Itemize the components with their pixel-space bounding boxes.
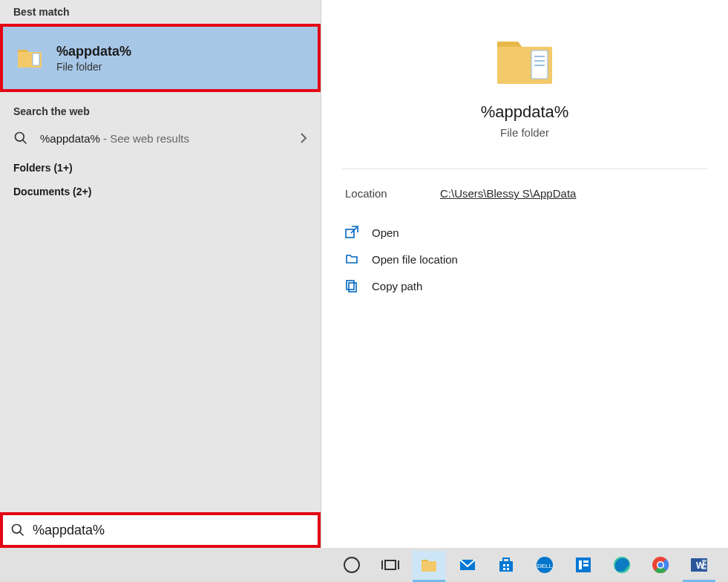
folder-location-icon bbox=[345, 252, 358, 266]
open-action[interactable]: Open bbox=[321, 219, 728, 246]
svg-point-2 bbox=[16, 133, 24, 142]
best-match-result[interactable]: %appdata% File folder bbox=[0, 24, 321, 92]
task-view-icon bbox=[381, 555, 400, 575]
search-input[interactable] bbox=[33, 523, 310, 538]
mail-icon bbox=[458, 555, 477, 575]
word-icon: W bbox=[689, 555, 709, 575]
copy-path-label: Copy path bbox=[372, 280, 422, 292]
file-explorer-button[interactable] bbox=[410, 548, 448, 582]
word-button[interactable]: W bbox=[680, 548, 718, 582]
svg-rect-42 bbox=[702, 563, 706, 566]
detail-hero: %appdata% File folder bbox=[321, 0, 728, 161]
divider bbox=[342, 169, 707, 169]
svg-rect-26 bbox=[507, 568, 509, 570]
svg-rect-12 bbox=[347, 281, 354, 290]
cortana-icon bbox=[342, 555, 361, 575]
folder-icon bbox=[16, 47, 43, 69]
mail-button[interactable] bbox=[448, 548, 487, 582]
location-value[interactable]: C:\Users\Blessy S\AppData bbox=[440, 187, 576, 200]
svg-rect-21 bbox=[499, 561, 513, 572]
documents-section-label[interactable]: Documents (2+) bbox=[0, 177, 321, 200]
detail-title: %appdata% bbox=[481, 102, 569, 122]
svg-rect-30 bbox=[579, 560, 582, 569]
edge-button[interactable] bbox=[603, 548, 641, 582]
svg-rect-32 bbox=[583, 564, 588, 566]
detail-subtitle: File folder bbox=[500, 126, 549, 139]
svg-line-14 bbox=[20, 532, 24, 536]
search-bar[interactable] bbox=[0, 512, 321, 548]
svg-point-38 bbox=[658, 563, 663, 568]
chrome-icon bbox=[651, 555, 670, 575]
result-detail-panel: %appdata% File folder Location C:\Users\… bbox=[321, 0, 728, 582]
search-web-label: Search the web bbox=[0, 92, 321, 123]
search-icon bbox=[13, 131, 28, 146]
folder-icon bbox=[493, 34, 557, 88]
location-label: Location bbox=[345, 187, 440, 200]
svg-rect-1 bbox=[33, 53, 39, 65]
svg-rect-24 bbox=[507, 564, 509, 566]
svg-text:DELL: DELL bbox=[537, 563, 553, 569]
open-file-location-action[interactable]: Open file location bbox=[321, 246, 728, 272]
office-button[interactable] bbox=[564, 548, 603, 582]
svg-rect-23 bbox=[503, 564, 505, 566]
web-result-query: %appdata% bbox=[40, 132, 100, 145]
file-explorer-icon bbox=[419, 555, 439, 575]
svg-rect-43 bbox=[702, 567, 706, 569]
search-icon bbox=[10, 523, 25, 537]
best-match-title: %appdata% bbox=[56, 44, 131, 59]
folders-section-label[interactable]: Folders (1+) bbox=[0, 153, 321, 177]
best-match-label: Best match bbox=[0, 0, 321, 24]
svg-rect-41 bbox=[702, 560, 706, 562]
office-icon bbox=[574, 555, 593, 575]
cortana-button[interactable] bbox=[332, 548, 371, 582]
svg-point-15 bbox=[344, 558, 359, 572]
svg-rect-19 bbox=[422, 561, 436, 572]
svg-rect-25 bbox=[503, 568, 505, 570]
store-button[interactable] bbox=[487, 548, 525, 582]
open-label: Open bbox=[372, 226, 399, 239]
svg-line-3 bbox=[23, 140, 27, 144]
main-area: Best match %appdata% File folder Search … bbox=[0, 0, 728, 582]
best-match-text: %appdata% File folder bbox=[56, 44, 131, 73]
edge-icon bbox=[612, 555, 632, 575]
dell-icon: DELL bbox=[535, 555, 554, 575]
location-row: Location C:\Users\Blessy S\AppData bbox=[321, 184, 728, 219]
chrome-button[interactable] bbox=[641, 548, 680, 582]
svg-rect-22 bbox=[503, 558, 509, 562]
start-search-window: Best match %appdata% File folder Search … bbox=[0, 0, 728, 582]
svg-rect-11 bbox=[349, 283, 356, 292]
chevron-right-icon bbox=[300, 132, 307, 144]
open-file-location-label: Open file location bbox=[372, 253, 458, 266]
web-result-row[interactable]: %appdata% - See web results bbox=[0, 123, 321, 153]
taskbar: DELL bbox=[0, 548, 728, 582]
copy-path-action[interactable]: Copy path bbox=[321, 272, 728, 299]
best-match-subtitle: File folder bbox=[56, 61, 131, 73]
open-icon bbox=[345, 226, 358, 239]
dell-button[interactable]: DELL bbox=[525, 548, 564, 582]
svg-point-13 bbox=[13, 525, 22, 534]
task-view-button[interactable] bbox=[371, 548, 410, 582]
store-icon bbox=[496, 555, 516, 575]
svg-rect-16 bbox=[385, 560, 396, 569]
svg-rect-31 bbox=[583, 560, 588, 563]
search-results-panel: Best match %appdata% File folder Search … bbox=[0, 0, 321, 582]
web-result-suffix: - See web results bbox=[100, 132, 189, 145]
copy-icon bbox=[345, 279, 358, 292]
web-result-label: %appdata% - See web results bbox=[40, 132, 288, 145]
